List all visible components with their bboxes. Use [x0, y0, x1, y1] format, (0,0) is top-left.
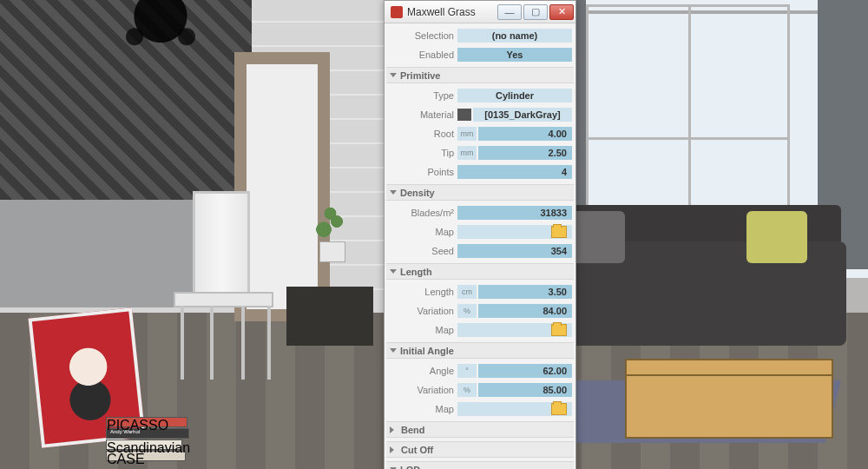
- section-title: Initial Angle: [400, 346, 454, 356]
- dialog-title: Maxwell Grass: [407, 6, 497, 18]
- book-stack: PICASSO Andy Warhol Scandinavian CASE ST…: [106, 417, 189, 462]
- points-label: Points: [388, 167, 457, 177]
- pillow: [746, 211, 807, 263]
- unit-badge: °: [457, 364, 477, 378]
- section-title: Bend: [401, 425, 425, 435]
- length-variation-value[interactable]: 84.00: [478, 304, 572, 318]
- unit-badge: cm: [457, 285, 477, 299]
- map-field[interactable]: [457, 323, 572, 337]
- folder-icon[interactable]: [551, 403, 567, 415]
- disclosure-triangle-icon: [390, 348, 397, 353]
- map-label: Map: [388, 325, 457, 335]
- disclosure-triangle-icon: [390, 269, 397, 274]
- section-title: Cut Off: [401, 445, 433, 455]
- section-primitive[interactable]: Primitive: [386, 67, 574, 83]
- chair: [156, 191, 286, 382]
- section-bend[interactable]: Bend: [386, 421, 574, 438]
- maximize-button[interactable]: ▢: [523, 4, 548, 20]
- disclosure-triangle-icon: [390, 426, 398, 433]
- book: Scandinavian: [106, 439, 182, 450]
- map-label: Map: [388, 227, 457, 237]
- coffee-table: [625, 359, 833, 439]
- angle-label: Angle: [388, 366, 457, 376]
- unit-badge: %: [457, 383, 477, 397]
- section-length[interactable]: Length: [386, 263, 574, 280]
- unit-badge: mm: [457, 146, 477, 160]
- unit-badge: %: [457, 304, 477, 318]
- material-label: Material: [388, 109, 457, 120]
- angle-variation-label: Variation: [388, 385, 457, 395]
- plant: [311, 201, 354, 262]
- length-label: Length: [388, 287, 457, 297]
- folder-icon[interactable]: [551, 324, 567, 336]
- section-title: Length: [400, 267, 432, 277]
- selection-value[interactable]: (no name): [457, 29, 572, 43]
- chandelier-icon: [95, 0, 226, 74]
- section-lod[interactable]: LOD: [386, 461, 574, 469]
- map-field[interactable]: [457, 402, 572, 416]
- blades-value[interactable]: 31833: [457, 206, 572, 220]
- selection-label: Selection: [388, 30, 457, 41]
- angle-value[interactable]: 62.00: [478, 364, 572, 378]
- length-value[interactable]: 3.50: [478, 285, 572, 299]
- section-cutoff[interactable]: Cut Off: [386, 441, 574, 458]
- map-field[interactable]: [457, 225, 572, 239]
- length-variation-label: Variation: [388, 306, 457, 316]
- map-label: Map: [388, 404, 457, 414]
- material-value[interactable]: [0135_DarkGray]: [473, 108, 572, 122]
- angle-variation-value[interactable]: 85.00: [478, 383, 572, 397]
- section-initial-angle[interactable]: Initial Angle: [386, 342, 574, 359]
- book: PICASSO: [106, 417, 187, 427]
- section-title: Density: [400, 188, 435, 198]
- root-value[interactable]: 4.00: [478, 127, 572, 141]
- section-title: Primitive: [400, 70, 440, 81]
- folder-icon[interactable]: [551, 226, 567, 238]
- disclosure-triangle-icon: [390, 446, 398, 453]
- type-label: Type: [388, 90, 457, 101]
- maxwell-grass-dialog: Maxwell Grass — ▢ ✕ Selection (no name) …: [384, 0, 576, 469]
- enabled-value[interactable]: Yes: [457, 48, 572, 62]
- app-icon: [391, 6, 403, 18]
- section-title: LOD: [400, 465, 420, 470]
- sofa: [538, 241, 846, 346]
- tip-label: Tip: [388, 148, 457, 158]
- blades-label: Blades/m²: [388, 208, 457, 218]
- material-swatch-icon[interactable]: [457, 109, 471, 121]
- enabled-label: Enabled: [388, 50, 457, 60]
- unit-badge: mm: [457, 127, 477, 141]
- disclosure-triangle-icon: [390, 190, 397, 195]
- close-button[interactable]: ✕: [549, 4, 574, 20]
- titlebar[interactable]: Maxwell Grass — ▢ ✕: [385, 1, 575, 23]
- dialog-body: Selection (no name) Enabled Yes Primitiv…: [385, 23, 575, 469]
- root-label: Root: [388, 129, 457, 139]
- seed-value[interactable]: 354: [457, 244, 572, 258]
- minimize-button[interactable]: —: [497, 4, 522, 20]
- seed-label: Seed: [388, 246, 457, 256]
- disclosure-triangle-icon: [390, 73, 397, 77]
- section-density[interactable]: Density: [386, 184, 574, 201]
- tip-value[interactable]: 2.50: [478, 146, 572, 160]
- type-value[interactable]: Cylinder: [457, 89, 572, 102]
- points-value[interactable]: 4: [457, 165, 572, 179]
- ottoman: [286, 287, 373, 346]
